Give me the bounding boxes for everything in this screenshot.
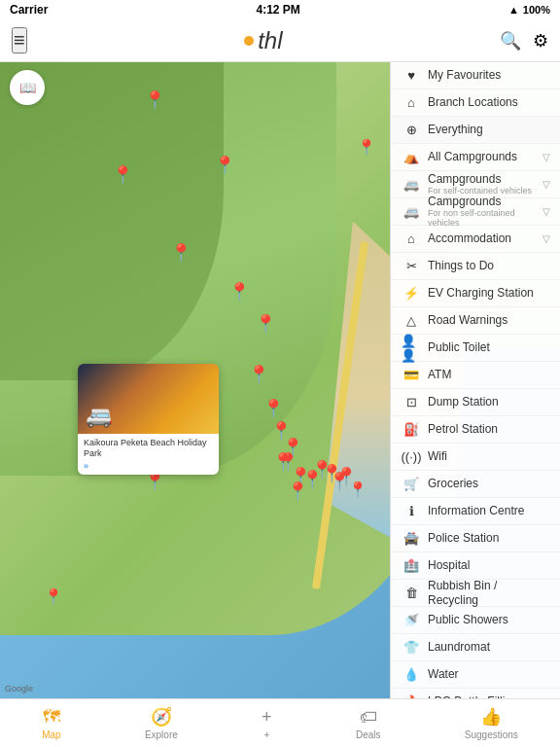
status-bar: Carrier 4:12 PM ▲ 100%	[0, 0, 560, 19]
campgrounds-sc-filter-icon[interactable]: ▽	[542, 179, 550, 190]
groceries-icon: 🛒	[401, 474, 422, 495]
map-pin[interactable]: 📍	[144, 89, 165, 111]
menu-button[interactable]: ≡	[12, 27, 27, 53]
atm-label: ATM	[428, 368, 451, 381]
panel-item-my-favourites[interactable]: ♥My Favourites	[391, 62, 560, 89]
atm-icon: 💳	[401, 365, 422, 386]
panel-item-laundromat[interactable]: 👕Laundromat	[391, 634, 560, 661]
map-pin[interactable]: 📍	[170, 242, 192, 264]
water-icon: 💧	[401, 664, 422, 686]
map-nav-icon: 🗺	[43, 707, 60, 728]
panel-item-accommodation[interactable]: ⌂Accommodation▽	[391, 226, 560, 253]
my-favourites-label: My Favourites	[428, 68, 501, 82]
map-background: 📍 📍 📍 📍 📍 📍 📍 📍 📍 📍 📍 📍 📍 📍 📍 📍 📍 📍 📍 📍 …	[0, 62, 560, 698]
campgrounds-sc-label: Campgrounds	[428, 172, 501, 186]
header: ≡ thl 🔍 ⚙	[0, 19, 560, 62]
map-pin[interactable]: 📍	[272, 451, 294, 473]
panel-item-everything[interactable]: ⊕Everything	[391, 117, 560, 144]
lpg-bottle-icon: 🔥	[401, 692, 422, 699]
google-watermark: Google	[5, 684, 33, 694]
map-pin-blue[interactable]: 📍	[357, 138, 376, 157]
nav-item-map[interactable]: 🗺Map	[30, 703, 72, 744]
panel-item-atm[interactable]: 💳ATM	[391, 362, 560, 389]
panel-item-police-station[interactable]: 🚔Police Station	[391, 525, 560, 552]
campgrounds-nsc-sublabel: For non self-contained vehicles	[428, 209, 541, 229]
panel-item-dump-station[interactable]: ⊡Dump Station	[391, 389, 560, 416]
logo-text: thl	[258, 27, 282, 54]
nav-item-deals[interactable]: 🏷Deals	[344, 703, 393, 744]
map-area[interactable]: 📍 📍 📍 📍 📍 📍 📍 📍 📍 📍 📍 📍 📍 📍 📍 📍 📍 📍 📍 📍 …	[0, 62, 560, 698]
map-pin-service[interactable]: 📍	[248, 364, 269, 385]
panel-item-groceries[interactable]: 🛒Groceries	[391, 471, 560, 498]
wifi-label: Wifi	[428, 449, 447, 463]
my-favourites-icon: ♥	[401, 65, 422, 87]
map-nav-label: Map	[42, 729, 60, 740]
card-image: 🚐	[78, 364, 219, 434]
panel-item-hospital[interactable]: 🏥Hospital	[391, 552, 560, 580]
map-pin-blue[interactable]: 📍	[44, 587, 63, 606]
road-warnings-icon: △	[401, 310, 422, 332]
map-popup-card[interactable]: 🚐 Kaikoura Peketa Beach Holiday Park »	[78, 364, 219, 475]
panel-item-public-toilet[interactable]: 👤👤Public Toilet	[391, 335, 560, 362]
panel-item-ev-charging[interactable]: ⚡EV Charging Station	[391, 280, 560, 307]
panel-item-information-centre[interactable]: ℹInformation Centre	[391, 498, 560, 525]
nav-item-suggestions[interactable]: 👍Suggestions	[453, 702, 530, 744]
police-station-icon: 🚔	[401, 528, 422, 550]
nav-item-explore[interactable]: 🧭Explore	[133, 702, 190, 744]
suggestions-nav-label: Suggestions	[465, 729, 518, 740]
panel-item-campgrounds-nsc[interactable]: 🚐CampgroundsFor non self-contained vehic…	[391, 198, 560, 226]
status-time: 4:12 PM	[256, 3, 299, 17]
card-link[interactable]: »	[78, 461, 219, 475]
panel-item-petrol-station[interactable]: ⛽Petrol Station	[391, 416, 560, 444]
campgrounds-nsc-filter-icon[interactable]: ▽	[542, 206, 550, 217]
public-toilet-icon: 👤👤	[401, 338, 422, 359]
panel-item-wifi[interactable]: ((·))Wifi	[391, 444, 560, 471]
everything-icon: ⊕	[401, 120, 422, 141]
suggestions-nav-icon: 👍	[480, 706, 502, 728]
logo-dot	[244, 36, 254, 46]
rubbish-bin-label: Rubbish Bin / Recycling	[428, 579, 497, 606]
map-pin-service[interactable]: 📍	[255, 313, 276, 335]
ev-charging-icon: ⚡	[401, 283, 422, 304]
branch-locations-icon: ⌂	[401, 92, 422, 114]
panel-item-water[interactable]: 💧Water	[391, 661, 560, 689]
laundromat-icon: 👕	[401, 637, 422, 658]
bookmarks-button[interactable]: 📖	[10, 70, 45, 105]
groceries-label: Groceries	[428, 477, 478, 490]
dump-station-icon: ⊡	[401, 392, 422, 413]
map-pin-service[interactable]: 📍	[287, 480, 308, 502]
map-pin[interactable]: 📍	[112, 164, 133, 186]
accommodation-filter-icon[interactable]: ▽	[542, 233, 550, 244]
panel-item-lpg-bottle[interactable]: 🔥LPG Bottle Filling	[391, 689, 560, 698]
map-pin[interactable]: 📍	[214, 155, 235, 176]
map-pin-service[interactable]: 📍	[262, 398, 284, 419]
panel-item-branch-locations[interactable]: ⌂Branch Locations	[391, 89, 560, 117]
panel-item-all-campgrounds[interactable]: ⛺All Campgrounds▽	[391, 144, 560, 171]
search-icon[interactable]: 🔍	[500, 30, 521, 52]
status-right: ▲ 100%	[508, 4, 550, 16]
all-campgrounds-label: All Campgrounds	[428, 150, 517, 163]
map-pin[interactable]: 📍	[228, 281, 250, 302]
deals-nav-label: Deals	[356, 729, 381, 740]
status-carrier: Carrier	[10, 3, 48, 17]
panel-item-rubbish-bin[interactable]: 🗑Rubbish Bin / Recycling	[391, 580, 560, 607]
panel-item-road-warnings[interactable]: △Road Warnings	[391, 307, 560, 335]
add-nav-label: +	[263, 729, 269, 740]
public-showers-icon: 🚿	[401, 610, 422, 631]
explore-nav-icon: 🧭	[151, 706, 172, 728]
petrol-station-label: Petrol Station	[428, 422, 498, 436]
settings-icon[interactable]: ⚙	[533, 30, 548, 52]
panel-item-things-to-do[interactable]: ✂Things to Do	[391, 253, 560, 280]
everything-label: Everything	[428, 123, 483, 136]
water-label: Water	[428, 667, 459, 681]
all-campgrounds-icon: ⛺	[401, 147, 422, 168]
panel-item-public-showers[interactable]: 🚿Public Showers	[391, 607, 560, 634]
campgrounds-nsc-icon: 🚐	[401, 201, 422, 223]
battery-label: 100%	[523, 4, 550, 16]
campgrounds-sc-icon: 🚐	[401, 174, 422, 196]
header-actions: 🔍 ⚙	[500, 30, 548, 52]
all-campgrounds-filter-icon[interactable]: ▽	[542, 152, 550, 162]
map-pin-blue[interactable]: 📍	[348, 480, 368, 499]
accommodation-icon: ⌂	[401, 229, 422, 250]
nav-item-add[interactable]: ++	[250, 703, 284, 744]
